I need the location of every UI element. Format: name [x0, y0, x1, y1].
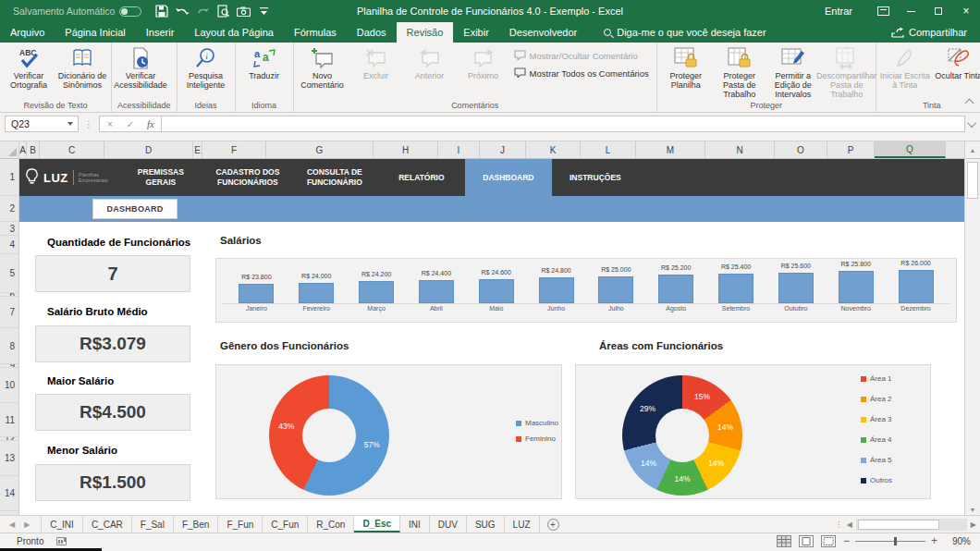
row-header-8[interactable]: 8 — [0, 328, 18, 364]
vertical-scrollbar[interactable]: ▼ — [964, 159, 980, 515]
sheet-nav-right-icon[interactable]: ▶ — [24, 520, 30, 529]
cancel-formula-icon[interactable]: × — [100, 119, 120, 129]
zoom-slider-thumb[interactable] — [894, 537, 897, 545]
sheet-tab-c_car[interactable]: C_CAR — [83, 516, 132, 533]
sheet-tab-f_ben[interactable]: F_Ben — [174, 516, 218, 533]
column-header-B[interactable]: B — [27, 141, 40, 158]
sheet-tab-f_fun[interactable]: F_Fun — [218, 516, 263, 533]
qat-customize-icon[interactable] — [254, 2, 273, 20]
minimize-button[interactable] — [897, 0, 925, 22]
row-header-11[interactable]: 11 — [0, 403, 18, 437]
ribbon-tab-exibir[interactable]: Exibir — [453, 22, 499, 43]
ribbon-tab-página-inicial[interactable]: Página Inicial — [55, 22, 135, 43]
ribbon-tab-layout-da-página[interactable]: Layout da Página — [184, 22, 284, 43]
ribbon-tab-arquivo[interactable]: Arquivo — [0, 22, 55, 43]
column-header-D[interactable]: D — [104, 141, 193, 158]
accessibility-check-button[interactable]: Verificar Acessibilidade — [114, 44, 167, 90]
row-header-10[interactable]: 10 — [0, 368, 18, 403]
sheet-nav-left-icon[interactable]: ◀ — [9, 520, 15, 529]
genero-donut-chart[interactable]: 57%43%MasculinoFeminino — [215, 364, 562, 499]
ribbon-tab-revisão[interactable]: Revisão — [397, 22, 454, 43]
column-header-N[interactable]: N — [705, 141, 775, 158]
nav-tab-dashboard[interactable]: DASHBOARD — [465, 159, 552, 196]
zoom-level[interactable]: 90% — [945, 536, 971, 546]
nav-tab-premissas-gerais[interactable]: PREMISSAS GERAIS — [117, 159, 204, 196]
expand-formula-bar-icon[interactable] — [967, 118, 976, 128]
ribbon-tab-inserir[interactable]: Inserir — [136, 22, 185, 43]
sheet-tab-c_fun[interactable]: C_Fun — [263, 516, 308, 533]
zoom-out-icon[interactable]: − — [843, 534, 850, 547]
new-comment-button[interactable]: Novo Comentário — [296, 44, 349, 90]
enter-formula-icon[interactable]: ✓ — [120, 119, 141, 129]
zoom-slider[interactable] — [855, 541, 925, 542]
save-icon[interactable] — [153, 2, 171, 20]
ribbon-display-options-icon[interactable] — [869, 0, 897, 22]
column-header-H[interactable]: H — [374, 141, 438, 158]
vscroll-thumb[interactable] — [967, 162, 978, 199]
areas-donut-chart[interactable]: 15%14%14%14%14%29%Área 1Área 2Área 3Área… — [575, 364, 931, 499]
hscroll-thumb[interactable] — [858, 520, 939, 530]
normal-view-icon[interactable] — [777, 535, 791, 547]
sheet-tab-luz[interactable]: LUZ — [505, 516, 540, 533]
column-header-A[interactable]: A — [19, 141, 27, 158]
column-header-O[interactable]: O — [775, 141, 827, 158]
page-break-view-icon[interactable] — [821, 535, 836, 547]
column-header-P[interactable]: P — [827, 141, 875, 158]
new-sheet-button[interactable]: + — [547, 519, 559, 531]
select-all-button[interactable] — [0, 141, 19, 158]
page-layout-view-icon[interactable] — [799, 535, 814, 547]
name-box[interactable]: Q23 — [5, 116, 79, 132]
column-header-I[interactable]: I — [438, 141, 480, 158]
column-header-G[interactable]: G — [266, 141, 374, 158]
column-header-M[interactable]: M — [636, 141, 705, 158]
show-all-comments-button[interactable]: Mostrar Todos os Comentários — [514, 67, 649, 80]
row-header-5[interactable]: 5 — [0, 254, 18, 293]
row-header-13[interactable]: 13 — [0, 441, 18, 476]
undo-icon[interactable] — [173, 2, 191, 20]
sheet-tab-d_esc[interactable]: D_Esc — [354, 516, 400, 533]
protect-sheet-button[interactable]: Proteger Planilha — [659, 44, 713, 90]
print-preview-icon[interactable] — [214, 2, 232, 20]
formula-input[interactable] — [162, 116, 965, 132]
camera-icon[interactable] — [234, 2, 252, 20]
sheet-tab-f_sal[interactable]: F_Sal — [132, 516, 174, 533]
share-button[interactable]: Compartilhar — [891, 22, 967, 43]
ribbon-tab-fórmulas[interactable]: Fórmulas — [284, 22, 347, 43]
sheet-tab-ini[interactable]: INI — [400, 516, 430, 533]
row-header-1[interactable]: 1 — [0, 159, 18, 196]
row-header-2[interactable]: 2 — [0, 196, 18, 222]
smart-lookup-button[interactable]: iPesquisa Inteligente — [179, 44, 233, 90]
row-header-4[interactable]: 4 — [0, 236, 18, 254]
redo-icon[interactable] — [193, 2, 212, 20]
column-header-E[interactable]: E — [193, 141, 202, 158]
allow-edit-ranges-button[interactable]: Permitir a Edição de Intervalos — [766, 44, 820, 99]
column-header-J[interactable]: J — [480, 141, 526, 158]
nav-tab-instruções[interactable]: INSTRUÇÕES — [552, 159, 639, 196]
spellcheck-button[interactable]: ABCVerificar Ortografia — [2, 44, 55, 90]
column-header-Q[interactable]: Q — [875, 141, 946, 158]
row-header-3[interactable]: 3 — [0, 222, 18, 236]
hide-ink-button[interactable]: Ocultar Tinta — [932, 44, 980, 80]
translate-button[interactable]: aaTraduzir — [238, 44, 291, 80]
autosave-toggle[interactable]: Salvamento Automático — [13, 6, 141, 17]
vscroll-up-icon[interactable]: ▲ — [964, 141, 980, 158]
salarios-bar-chart[interactable]: R$ 23.800JaneiroR$ 24.000FevereiroR$ 24.… — [215, 258, 957, 323]
tell-me-search[interactable]: Diga-me o que você deseja fazer — [604, 22, 766, 43]
nav-tab-relatório[interactable]: RELATÓRIO — [378, 159, 465, 196]
nav-tab-consulta-de-funcionário[interactable]: CONSULTA DE FUNCIONÁRIO — [291, 159, 378, 196]
nav-tab-cadastro-dos-funcionários[interactable]: CADASTRO DOS FUNCIONÁRIOS — [204, 159, 291, 196]
thesaurus-button[interactable]: Dicionário de Sinônimos — [55, 44, 109, 90]
vscroll-down-icon[interactable]: ▼ — [965, 507, 980, 513]
zoom-in-icon[interactable]: + — [931, 534, 937, 547]
sheet-tab-duv[interactable]: DUV — [430, 516, 467, 533]
ribbon-tab-desenvolvedor[interactable]: Desenvolvedor — [499, 22, 587, 43]
horizontal-scrollbar[interactable] — [856, 519, 967, 531]
hscroll-left-icon[interactable]: ◀ — [847, 520, 852, 529]
protect-workbook-button[interactable]: Proteger Pasta de Trabalho — [713, 44, 766, 99]
column-header-K[interactable]: K — [526, 141, 581, 158]
row-header-7[interactable]: 7 — [0, 297, 18, 328]
sheet-tab-sug[interactable]: SUG — [467, 516, 505, 533]
column-header-C[interactable]: C — [40, 141, 104, 158]
sheet-tab-r_con[interactable]: R_Con — [308, 516, 354, 533]
ribbon-tab-dados[interactable]: Dados — [347, 22, 397, 43]
